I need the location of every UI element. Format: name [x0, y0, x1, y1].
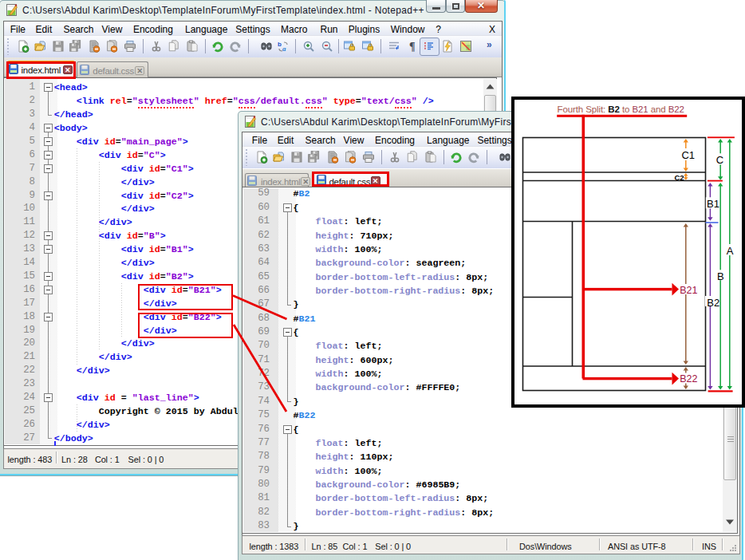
svg-text:b: b [278, 41, 282, 48]
svg-text:¶: ¶ [409, 41, 416, 53]
svg-text:a: a [282, 45, 286, 53]
